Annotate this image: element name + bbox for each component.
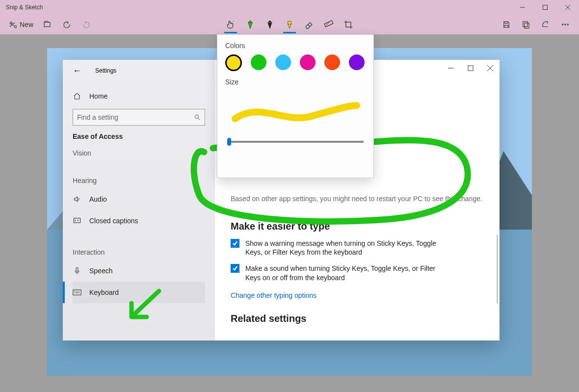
link-change-typing-options[interactable]: Change other typing options [231,291,484,299]
svg-point-11 [567,24,568,25]
sidebar-item-audio[interactable]: Audio [73,188,205,210]
settings-sidebar: ← Settings Home Find a setting Ease of A… [63,60,215,340]
inner-maximize-button[interactable] [467,65,474,72]
sidebar-home-label: Home [89,92,107,100]
sidebar-item-closed-captions[interactable]: Closed captions [73,210,205,232]
svg-point-10 [565,24,566,25]
scrollbar-thumb[interactable] [497,235,498,303]
svg-rect-17 [74,218,80,223]
close-button[interactable] [556,0,579,15]
search-icon [194,114,201,121]
svg-point-9 [562,24,563,25]
settings-window-title: Settings [95,67,116,74]
app-title: Snip & Sketch [6,4,43,11]
redo-button[interactable] [77,15,96,34]
search-placeholder: Find a setting [77,113,194,121]
touch-writing-tool[interactable] [221,15,240,34]
sidebar-home[interactable]: Home [73,85,205,107]
checkbox-make-sound[interactable]: Make a sound when turning Sticky Keys, T… [231,264,484,283]
size-slider[interactable] [227,141,364,143]
svg-rect-21 [468,66,473,71]
titlebar: Snip & Sketch [0,0,579,15]
color-swatch[interactable] [324,54,340,70]
more-button[interactable] [555,15,575,34]
new-button-label: New [20,21,33,28]
section-related-settings: Related settings [231,313,484,324]
maximize-button[interactable] [534,0,556,15]
sidebar-group-vision: Vision [73,149,205,157]
highlighter-tool[interactable] [280,15,299,34]
undo-button[interactable] [57,15,77,34]
eraser-tool[interactable] [299,15,319,34]
checkbox-warning-message[interactable]: Show a warning message when turning on S… [231,239,484,258]
svg-rect-6 [324,21,333,27]
inner-minimize-button[interactable] [447,65,454,72]
sidebar-item-label: Keyboard [89,288,119,296]
pencil-tool[interactable] [260,15,280,34]
sidebar-group-interaction: Interaction [73,248,205,256]
inner-close-button[interactable] [487,65,494,72]
color-swatch[interactable] [275,54,291,70]
sidebar-group-hearing: Hearing [73,177,205,184]
crop-tool[interactable] [339,15,358,34]
section-make-easier-to-type: Make it easier to type [231,221,484,232]
share-button[interactable] [536,15,555,34]
audio-icon [73,195,81,203]
restart-hint: Based on other app settings, you might n… [231,194,484,204]
sidebar-section-heading: Ease of Access [73,132,205,140]
svg-rect-4 [44,23,50,27]
closed-captions-icon [73,217,81,224]
svg-rect-7 [523,22,527,27]
checkbox-label: Show a warning message when turning on S… [245,239,451,258]
svg-point-16 [195,115,198,118]
ballpoint-pen-tool[interactable] [240,15,260,34]
stroke-preview [225,97,363,126]
minimize-button[interactable] [511,0,534,15]
keyboard-icon [73,289,81,295]
toolbar: New [0,15,579,34]
checkbox-label: Make a sound when turning Sticky Keys, T… [245,264,451,283]
colors-label: Colors [225,42,366,50]
checkbox-checked-icon [231,264,239,273]
color-swatch[interactable] [251,54,266,70]
open-file-button[interactable] [37,15,57,34]
new-snip-button[interactable]: New [4,15,37,34]
svg-rect-8 [525,23,529,28]
ruler-tool[interactable] [319,15,339,34]
svg-point-5 [233,21,234,22]
microphone-icon [73,267,81,275]
search-input[interactable]: Find a setting [73,109,205,126]
checkbox-checked-icon [231,239,239,248]
svg-rect-18 [76,267,78,271]
back-button[interactable]: ← [73,66,81,76]
sidebar-item-label: Closed captions [89,217,138,225]
svg-rect-1 [543,5,548,10]
home-icon [73,92,81,100]
sidebar-item-keyboard[interactable]: Keyboard [73,282,205,303]
slider-thumb[interactable] [227,138,231,146]
color-swatch[interactable] [349,54,365,70]
sidebar-item-label: Audio [89,195,107,203]
color-swatches [225,54,366,71]
color-swatch[interactable] [225,54,242,71]
save-button[interactable] [497,15,516,34]
size-label: Size [225,78,366,86]
highlighter-options-popover: Colors Size [217,34,374,178]
color-swatch[interactable] [300,54,316,70]
copy-button[interactable] [516,15,536,34]
svg-rect-19 [73,290,81,295]
sidebar-item-label: Speech [89,267,112,275]
sidebar-item-speech[interactable]: Speech [73,260,205,282]
